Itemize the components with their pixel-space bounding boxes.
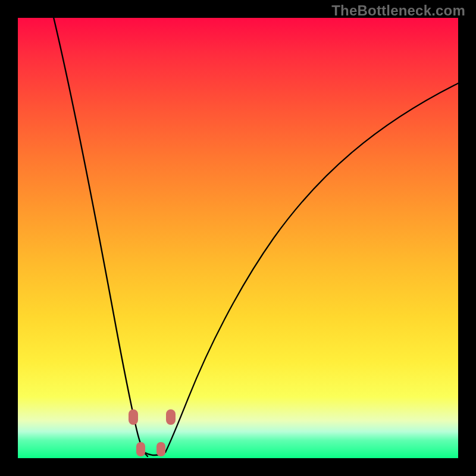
curve-right (165, 83, 458, 452)
curve-left (49, 0, 148, 456)
curve-marker (129, 409, 138, 425)
curve-marker (136, 442, 145, 456)
watermark-text: TheBottleneck.com (331, 2, 465, 19)
chart-svg (18, 18, 458, 458)
chart-container: TheBottleneck.com (0, 0, 476, 476)
curve-marker (156, 442, 165, 456)
curve-marker (166, 409, 176, 425)
plot-area (18, 18, 458, 458)
